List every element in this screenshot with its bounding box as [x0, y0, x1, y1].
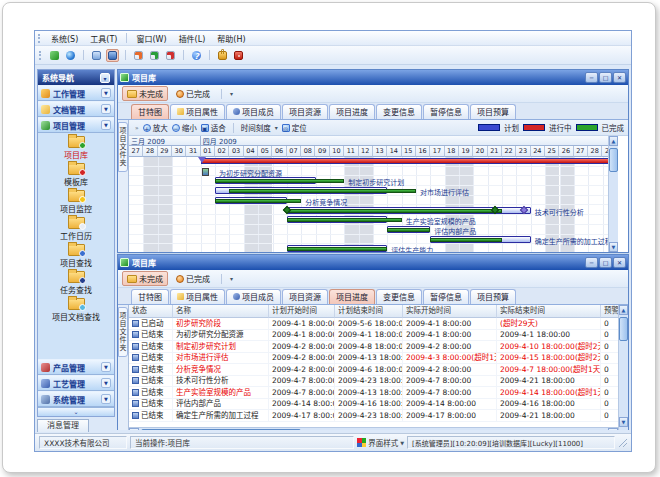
- tab-项目进度[interactable]: 项目进度: [329, 104, 375, 119]
- overflow-chevron-icon[interactable]: ▾: [230, 90, 233, 97]
- locate-button[interactable]: ◎定位: [282, 122, 307, 133]
- column-header-名称[interactable]: 名称: [173, 305, 269, 318]
- table-row[interactable]: 已结束技术可行性分析2009-4-7 8:00:002009-4-23 18:0…: [129, 376, 618, 388]
- day-cell[interactable]: 03: [229, 146, 243, 157]
- sidebar-overflow-chevron[interactable]: ⌄: [38, 407, 114, 416]
- table-row[interactable]: 已结束对市场进行评估2009-4-2 8:00:002009-4-13 18:0…: [129, 353, 618, 365]
- day-cell[interactable]: 25: [545, 146, 559, 157]
- actual-bar[interactable]: [215, 199, 301, 203]
- sidebar-item-项目查找[interactable]: 项目查找: [60, 244, 92, 268]
- scroll-up-icon[interactable]: ▲: [619, 305, 628, 315]
- day-cell[interactable]: 04: [244, 146, 258, 157]
- time-scale-button[interactable]: 时间刻度▾: [241, 122, 278, 133]
- scroll-thumb[interactable]: [609, 148, 618, 172]
- sidebar-group-产品管理[interactable]: 产品管理▼: [38, 359, 114, 375]
- day-cell[interactable]: 14: [387, 146, 401, 157]
- day-cell[interactable]: 26: [559, 146, 573, 157]
- day-cell[interactable]: 12: [359, 146, 373, 157]
- maximize-button[interactable]: □: [599, 72, 612, 83]
- actual-bar[interactable]: [229, 189, 416, 193]
- tab-变更信息[interactable]: 变更信息: [376, 104, 422, 119]
- sidebar-group-系统管理[interactable]: 系统管理▼: [38, 391, 114, 407]
- sidebar-group-工作管理[interactable]: 工作管理▼: [38, 85, 114, 101]
- sidebar-item-模板库[interactable]: 模板库: [64, 163, 88, 187]
- day-cell[interactable]: 27: [129, 146, 143, 157]
- day-cell[interactable]: 22: [502, 146, 516, 157]
- minimize-button[interactable]: ─: [585, 257, 598, 268]
- maximize-button[interactable]: □: [599, 257, 612, 268]
- menu-item-4[interactable]: 帮助(H): [211, 32, 251, 45]
- minimize-button[interactable]: ─: [585, 72, 598, 83]
- project-folder-vertical-tab[interactable]: 项目文件夹: [118, 307, 128, 357]
- network-icon[interactable]: [48, 49, 61, 62]
- tab-甘特图[interactable]: 甘特图: [131, 104, 169, 119]
- overflow-chevron-icon[interactable]: ▾: [230, 275, 233, 282]
- day-cell[interactable]: 27: [574, 146, 588, 157]
- tab-变更信息[interactable]: 变更信息: [376, 289, 422, 304]
- scroll-down-icon[interactable]: ▼: [609, 242, 618, 252]
- menu-item-2[interactable]: 窗口(W): [130, 32, 172, 45]
- zoom-in-button[interactable]: +放大: [143, 122, 168, 133]
- day-cell[interactable]: 31: [186, 146, 200, 157]
- table-row[interactable]: 已结束分析竞争情况2009-4-2 8:00:002009-4-6 18:00:…: [129, 364, 618, 376]
- tab-甘特图[interactable]: 甘特图: [131, 289, 169, 304]
- tab-项目资源[interactable]: 项目资源: [282, 289, 328, 304]
- sidebar-item-工作日历[interactable]: 工作日历: [60, 217, 92, 241]
- actual-bar[interactable]: [430, 238, 502, 242]
- project-folder-vertical-tab[interactable]: 项目文件夹: [118, 122, 128, 172]
- resize-grip[interactable]: [619, 439, 627, 447]
- day-cell[interactable]: 28: [143, 146, 157, 157]
- lock-icon[interactable]: [216, 49, 229, 62]
- mail-delete-icon[interactable]: [164, 49, 177, 62]
- sidebar-collapse-icon[interactable]: ▾: [100, 73, 110, 83]
- complete-filter-button[interactable]: 已完成: [171, 86, 215, 101]
- day-cell[interactable]: 09: [315, 146, 329, 157]
- tab-项目预算[interactable]: 项目预算: [470, 289, 516, 304]
- actual-bar[interactable]: [287, 209, 502, 213]
- sidebar-group-工艺管理[interactable]: 工艺管理▼: [38, 375, 114, 391]
- ui-style-button[interactable]: 界面样式 ▼: [357, 437, 404, 448]
- day-cell[interactable]: 30: [172, 146, 186, 157]
- child-window-titlebar[interactable]: 项目库─□✕: [118, 70, 628, 85]
- menu-item-1[interactable]: 工具(T): [84, 32, 123, 45]
- zoom-out-button[interactable]: −缩小: [172, 122, 197, 133]
- scroll-up-icon[interactable]: ▲: [609, 136, 618, 146]
- day-cell[interactable]: 02: [215, 146, 229, 157]
- chevron-down-icon[interactable]: ▼: [101, 104, 111, 114]
- day-cell[interactable]: 16: [416, 146, 430, 157]
- day-cell[interactable]: 18: [445, 146, 459, 157]
- actual-bar[interactable]: [287, 247, 387, 251]
- actual-bar[interactable]: [387, 228, 430, 232]
- progress-bar[interactable]: [201, 158, 618, 164]
- day-cell[interactable]: 06: [272, 146, 286, 157]
- tab-项目成员[interactable]: 项目成员: [226, 104, 281, 119]
- sidebar-group-文档管理[interactable]: 文档管理▼: [38, 101, 114, 117]
- chevron-down-icon[interactable]: ▼: [101, 120, 111, 130]
- day-cell[interactable]: 20: [473, 146, 487, 157]
- day-cell[interactable]: 24: [531, 146, 545, 157]
- column-header-计划结束时间[interactable]: 计划结束时间: [335, 305, 403, 318]
- menu-item-0[interactable]: 系统(S): [45, 32, 84, 45]
- table-vscrollbar[interactable]: ▲▼: [618, 305, 628, 430]
- child-window-titlebar[interactable]: 项目库─□✕: [118, 255, 628, 270]
- tab-暂停信息[interactable]: 暂停信息: [423, 104, 469, 119]
- tab-项目进度[interactable]: 项目进度: [329, 289, 375, 304]
- day-cell[interactable]: 01: [201, 146, 215, 157]
- gantt-vscrollbar[interactable]: ▲▼: [608, 136, 618, 252]
- incomplete-filter-button[interactable]: 未完成: [122, 271, 168, 286]
- incomplete-filter-button[interactable]: 未完成: [122, 86, 168, 101]
- tab-项目资源[interactable]: 项目资源: [282, 104, 328, 119]
- scroll-left-icon[interactable]: ◀: [129, 428, 139, 431]
- table-row[interactable]: 已结束制定初步研究计划2009-4-2 8:00:002009-4-8 18:0…: [129, 341, 618, 353]
- tab-项目成员[interactable]: 项目成员: [226, 289, 281, 304]
- day-cell[interactable]: 05: [258, 146, 272, 157]
- table-row[interactable]: 已结束评估内部产品2009-4-14 8:00:002009-4-16 18:0…: [129, 399, 618, 411]
- chevron-down-icon[interactable]: ▼: [101, 88, 111, 98]
- column-header-实际开始时间[interactable]: 实际开始时间: [403, 305, 497, 318]
- scroll-right-icon[interactable]: ▶: [608, 428, 618, 431]
- message-management-tab[interactable]: 消息管理: [37, 419, 89, 432]
- tab-项目属性[interactable]: 项目属性: [170, 104, 225, 119]
- day-cell[interactable]: 15: [402, 146, 416, 157]
- table-row[interactable]: 已结束确定生产所需的加工过程2009-4-17 8:00:002009-4-23…: [129, 410, 618, 422]
- exit-icon[interactable]: [232, 49, 245, 62]
